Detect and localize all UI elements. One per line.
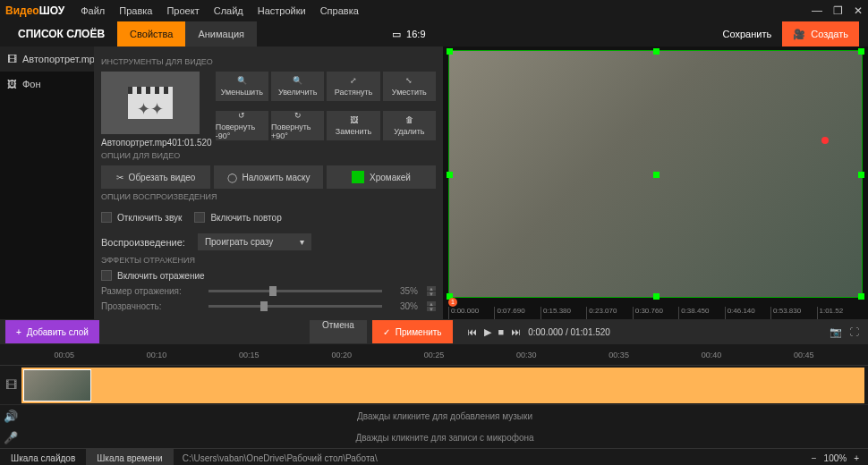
fit-button[interactable]: ⤡Уместить [383,72,436,101]
preview-ruler[interactable]: 1 0:00.0000:07.6900:15.3800:23.0700:30.7… [443,301,868,319]
aspect-icon: ▭ [392,29,401,40]
next-frame-icon[interactable]: ⏭ [511,326,521,337]
layers-title: СПИСОК СЛОЁВ [18,28,105,40]
playhead-marker[interactable]: 1 [448,298,457,307]
clip-thumbnail [23,369,91,402]
layer-item-background[interactable]: 🖼Фон [0,72,94,97]
music-hint: Дважды кликните для добавления музыки [357,411,532,421]
stretch-button[interactable]: ⤢Растянуть [327,72,379,101]
transport-controls: ⏮ ▶ ■ ⏭ 0:00.000 / 01:01.520 [458,326,619,338]
zoom-out-icon[interactable]: − [812,453,817,463]
mute-checkbox[interactable] [101,212,112,223]
file-name: Автопортрет.mp4 [101,138,172,148]
section-playback-label: ОПЦИИ ВОСПРОИЗВЕДЕНИЯ [101,192,436,201]
replace-icon: 🖼 [350,115,358,124]
resize-handle[interactable] [858,48,864,55]
video-track-icon: 🎞 [0,378,21,392]
chevron-down-icon: ▾ [300,237,304,247]
check-icon: ✓ [383,327,390,337]
snapshot-icon[interactable]: 📷 [830,326,842,338]
play-icon[interactable]: ▶ [484,326,491,338]
scissors-icon: ✂ [116,173,123,182]
resize-handle[interactable] [653,293,660,300]
aspect-ratio[interactable]: ▭16:9 [392,29,425,40]
tab-properties[interactable]: Свойства [117,21,185,46]
opacity-slider[interactable] [208,305,382,308]
crop-video-button[interactable]: ✂Обрезать видео [101,165,210,189]
menu-file[interactable]: Файл [73,5,112,16]
reflection-size-value: 35% [391,286,418,296]
loop-checkbox[interactable] [194,212,205,223]
tab-slides-scale[interactable]: Шкала слайдов [0,449,86,466]
tab-animation[interactable]: Анимация [185,21,257,46]
menu-edit[interactable]: Правка [112,5,159,16]
mute-label: Отключить звук [117,213,182,223]
layer-item-video[interactable]: 🎞Автопортрет.mp4 [0,46,94,72]
music-track[interactable]: 🔊 Дважды кликните для добавления музыки [0,405,868,427]
time-counter: 0:00.000 / 01:01.520 [528,327,610,337]
opacity-value: 30% [391,301,418,311]
minimize-icon[interactable]: — [812,4,822,17]
reflection-checkbox[interactable] [101,270,112,281]
picture-icon: 🖼 [7,79,17,89]
fit-icon: ⤡ [405,76,413,85]
cancel-button[interactable]: Отмена [310,320,367,343]
step-up[interactable]: ▲ [427,301,436,306]
step-down[interactable]: ▼ [427,292,436,296]
music-track-icon: 🔊 [0,410,21,423]
section-opts-label: ОПЦИИ ДЛЯ ВИДЕО [101,151,436,160]
resize-handle[interactable] [653,48,660,55]
zoom-out-button[interactable]: 🔍Уменьшить [216,72,268,101]
playback-label: Воспроизведение: [101,237,185,248]
prev-frame-icon[interactable]: ⏮ [467,326,477,337]
delete-button[interactable]: 🗑Удалить [383,111,436,140]
statusbar: Шкала слайдов Шкала времени C:\Users\vab… [0,448,868,465]
resize-handle[interactable] [858,293,864,300]
step-up[interactable]: ▲ [427,286,436,291]
fullscreen-icon[interactable]: ⛶ [849,326,859,338]
app-logo: ВидеоШОУ [5,4,64,17]
maximize-icon[interactable]: ❐ [833,4,843,17]
apply-button[interactable]: ✓Применить [372,320,453,343]
zoom-in-button[interactable]: 🔍Увеличить [271,72,324,101]
reflection-label: Включить отражение [117,271,205,281]
video-track[interactable]: 🎞 [0,366,868,405]
rotate-right-button[interactable]: ↻Повернуть +90° [271,111,324,140]
tab-time-scale[interactable]: Шкала времени [86,449,173,466]
center-handle[interactable] [653,172,660,178]
save-button[interactable]: Сохранить [712,29,783,39]
timeline-ruler[interactable]: 00:0500:1000:1500:2000:2500:3000:3500:40… [0,344,868,366]
playback-select[interactable]: Проиграть сразу▾ [198,233,312,250]
step-down[interactable]: ▼ [427,307,436,311]
add-layer-button[interactable]: +Добавить слой [5,320,99,343]
stop-icon[interactable]: ■ [498,326,505,337]
resize-handle[interactable] [858,172,864,178]
chromakey-button[interactable]: Хромакей [327,165,436,189]
traffic-light [821,137,829,144]
camera-icon: 🎥 [793,29,805,40]
mic-track[interactable]: 🎤 Дважды кликните для записи с микрофона [0,427,868,448]
video-thumbnail[interactable]: ✦✦ [101,72,200,134]
close-icon[interactable]: ✕ [854,4,863,17]
zoom-in-icon[interactable]: + [854,453,859,463]
mask-icon: ◯ [227,173,237,182]
section-reflect-label: ЭФФЕКТЫ ОТРАЖЕНИЯ [101,256,436,265]
menubar: ВидеоШОУ Файл Правка Проект Слайд Настро… [0,0,868,21]
zoom-value: 100% [824,453,847,463]
create-button[interactable]: 🎥Создать [782,21,859,46]
menu-slide[interactable]: Слайд [207,5,251,16]
plus-icon: + [16,327,21,337]
menu-project[interactable]: Проект [159,5,206,16]
replace-button[interactable]: 🖼Заменить [327,111,379,140]
mic-hint: Дважды кликните для записи с микрофона [355,433,533,443]
mask-button[interactable]: ◯Наложить маску [214,165,323,189]
reflection-size-slider[interactable] [208,290,382,292]
menu-settings[interactable]: Настройки [251,5,313,16]
rotate-left-button[interactable]: ↺Повернуть -90° [216,111,268,140]
project-path: C:\Users\vaban\OneDrive\Рабочий стол\Раб… [174,453,387,463]
resize-handle[interactable] [447,48,453,55]
menu-help[interactable]: Справка [313,5,366,16]
resize-handle[interactable] [447,172,453,178]
preview-canvas[interactable] [448,50,863,298]
video-clip[interactable] [21,368,864,403]
